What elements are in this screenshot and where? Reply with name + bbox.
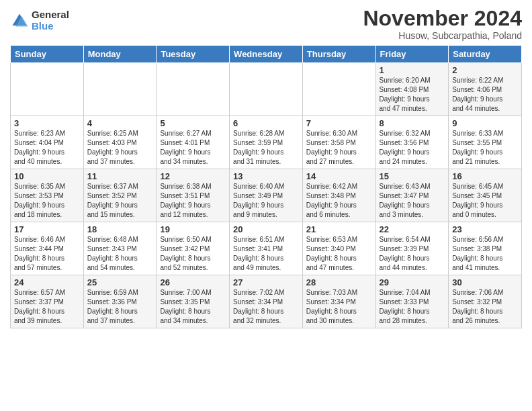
day-number: 26: [160, 277, 226, 287]
day-info: Sunrise: 6:35 AM Sunset: 3:53 PM Dayligh…: [14, 182, 80, 220]
calendar-cell: 23Sunrise: 6:56 AM Sunset: 3:38 PM Dayli…: [449, 222, 522, 275]
calendar-cell: 30Sunrise: 7:06 AM Sunset: 3:32 PM Dayli…: [449, 275, 522, 328]
calendar-cell: 1Sunrise: 6:20 AM Sunset: 4:08 PM Daylig…: [375, 63, 449, 116]
calendar-cell: 20Sunrise: 6:51 AM Sunset: 3:41 PM Dayli…: [230, 222, 303, 275]
day-number: 29: [380, 277, 445, 287]
calendar-cell: 28Sunrise: 7:03 AM Sunset: 3:34 PM Dayli…: [302, 275, 375, 328]
calendar-week-4: 24Sunrise: 6:57 AM Sunset: 3:37 PM Dayli…: [11, 275, 522, 328]
day-number: 25: [87, 277, 153, 287]
day-number: 17: [14, 224, 80, 234]
day-number: 11: [87, 171, 153, 181]
title-block: November 2024 Husow, Subcarpathia, Polan…: [363, 7, 522, 41]
logo-general: General: [32, 9, 69, 21]
header-row: Sunday Monday Tuesday Wednesday Thursday…: [11, 46, 522, 63]
calendar-cell: 26Sunrise: 7:00 AM Sunset: 3:35 PM Dayli…: [157, 275, 230, 328]
day-number: 28: [306, 277, 372, 287]
calendar-cell: 13Sunrise: 6:40 AM Sunset: 3:49 PM Dayli…: [230, 169, 303, 222]
calendar-week-0: 1Sunrise: 6:20 AM Sunset: 4:08 PM Daylig…: [11, 63, 522, 116]
calendar-cell: 17Sunrise: 6:46 AM Sunset: 3:44 PM Dayli…: [11, 222, 84, 275]
day-number: 6: [233, 118, 299, 128]
calendar-cell: 10Sunrise: 6:35 AM Sunset: 3:53 PM Dayli…: [11, 169, 84, 222]
day-info: Sunrise: 6:48 AM Sunset: 3:43 PM Dayligh…: [87, 235, 153, 273]
logo: General Blue: [10, 9, 69, 32]
calendar-cell: 15Sunrise: 6:43 AM Sunset: 3:47 PM Dayli…: [375, 169, 449, 222]
day-number: 24: [14, 277, 80, 287]
calendar-cell: 11Sunrise: 6:37 AM Sunset: 3:52 PM Dayli…: [83, 169, 157, 222]
calendar-cell: 8Sunrise: 6:32 AM Sunset: 3:56 PM Daylig…: [375, 116, 449, 169]
day-info: Sunrise: 6:56 AM Sunset: 3:38 PM Dayligh…: [452, 235, 518, 273]
day-info: Sunrise: 6:25 AM Sunset: 4:03 PM Dayligh…: [87, 129, 153, 167]
day-number: 2: [452, 65, 518, 75]
day-info: Sunrise: 6:42 AM Sunset: 3:48 PM Dayligh…: [306, 182, 372, 220]
day-number: 1: [380, 65, 445, 75]
calendar-cell: 14Sunrise: 6:42 AM Sunset: 3:48 PM Dayli…: [302, 169, 375, 222]
day-number: 12: [160, 171, 226, 181]
calendar-cell: 29Sunrise: 7:04 AM Sunset: 3:33 PM Dayli…: [375, 275, 449, 328]
calendar-cell: 6Sunrise: 6:28 AM Sunset: 3:59 PM Daylig…: [230, 116, 303, 169]
day-number: 22: [380, 224, 445, 234]
day-number: 4: [87, 118, 153, 128]
day-number: 19: [160, 224, 226, 234]
day-number: 18: [87, 224, 153, 234]
day-number: 3: [14, 118, 80, 128]
day-info: Sunrise: 6:43 AM Sunset: 3:47 PM Dayligh…: [380, 182, 445, 220]
day-info: Sunrise: 6:54 AM Sunset: 3:39 PM Dayligh…: [380, 235, 445, 273]
day-number: 30: [452, 277, 518, 287]
day-info: Sunrise: 7:00 AM Sunset: 3:35 PM Dayligh…: [160, 288, 226, 326]
main-container: General Blue November 2024 Husow, Subcar…: [0, 0, 532, 332]
calendar-cell: 12Sunrise: 6:38 AM Sunset: 3:51 PM Dayli…: [157, 169, 230, 222]
day-number: 15: [380, 171, 445, 181]
day-info: Sunrise: 6:28 AM Sunset: 3:59 PM Dayligh…: [233, 129, 299, 167]
calendar-cell: [230, 63, 303, 116]
day-info: Sunrise: 6:51 AM Sunset: 3:41 PM Dayligh…: [233, 235, 299, 273]
col-wednesday: Wednesday: [230, 46, 303, 63]
day-info: Sunrise: 6:45 AM Sunset: 3:45 PM Dayligh…: [452, 182, 518, 220]
calendar-cell: [11, 63, 84, 116]
day-number: 7: [306, 118, 372, 128]
logo-blue: Blue: [32, 21, 69, 32]
calendar-cell: 16Sunrise: 6:45 AM Sunset: 3:45 PM Dayli…: [449, 169, 522, 222]
col-thursday: Thursday: [302, 46, 375, 63]
day-info: Sunrise: 6:46 AM Sunset: 3:44 PM Dayligh…: [14, 235, 80, 273]
calendar-cell: [83, 63, 157, 116]
day-number: 20: [233, 224, 299, 234]
day-number: 8: [380, 118, 445, 128]
day-info: Sunrise: 6:23 AM Sunset: 4:04 PM Dayligh…: [14, 129, 80, 167]
logo-icon: [10, 11, 29, 30]
month-title: November 2024: [363, 7, 522, 30]
calendar-cell: 18Sunrise: 6:48 AM Sunset: 3:43 PM Dayli…: [83, 222, 157, 275]
day-number: 14: [306, 171, 372, 181]
day-number: 21: [306, 224, 372, 234]
col-saturday: Saturday: [449, 46, 522, 63]
calendar-cell: 27Sunrise: 7:02 AM Sunset: 3:34 PM Dayli…: [230, 275, 303, 328]
col-sunday: Sunday: [11, 46, 84, 63]
day-number: 13: [233, 171, 299, 181]
logo-text: General Blue: [32, 9, 69, 32]
day-info: Sunrise: 6:22 AM Sunset: 4:06 PM Dayligh…: [452, 76, 518, 113]
calendar-cell: 21Sunrise: 6:53 AM Sunset: 3:40 PM Dayli…: [302, 222, 375, 275]
calendar-cell: 19Sunrise: 6:50 AM Sunset: 3:42 PM Dayli…: [157, 222, 230, 275]
calendar-cell: 24Sunrise: 6:57 AM Sunset: 3:37 PM Dayli…: [11, 275, 84, 328]
day-info: Sunrise: 6:40 AM Sunset: 3:49 PM Dayligh…: [233, 182, 299, 220]
day-info: Sunrise: 7:02 AM Sunset: 3:34 PM Dayligh…: [233, 288, 299, 326]
day-number: 27: [233, 277, 299, 287]
day-info: Sunrise: 6:38 AM Sunset: 3:51 PM Dayligh…: [160, 182, 226, 220]
calendar-cell: 25Sunrise: 6:59 AM Sunset: 3:36 PM Dayli…: [83, 275, 157, 328]
header: General Blue November 2024 Husow, Subcar…: [10, 7, 522, 41]
day-info: Sunrise: 6:27 AM Sunset: 4:01 PM Dayligh…: [160, 129, 226, 167]
day-number: 5: [160, 118, 226, 128]
calendar-table: Sunday Monday Tuesday Wednesday Thursday…: [10, 45, 522, 328]
day-info: Sunrise: 6:57 AM Sunset: 3:37 PM Dayligh…: [14, 288, 80, 326]
calendar-cell: [302, 63, 375, 116]
day-info: Sunrise: 6:30 AM Sunset: 3:58 PM Dayligh…: [306, 129, 372, 167]
day-number: 16: [452, 171, 518, 181]
calendar-cell: 5Sunrise: 6:27 AM Sunset: 4:01 PM Daylig…: [157, 116, 230, 169]
calendar-week-1: 3Sunrise: 6:23 AM Sunset: 4:04 PM Daylig…: [11, 116, 522, 169]
calendar-cell: 7Sunrise: 6:30 AM Sunset: 3:58 PM Daylig…: [302, 116, 375, 169]
day-info: Sunrise: 6:33 AM Sunset: 3:55 PM Dayligh…: [452, 129, 518, 167]
day-info: Sunrise: 7:04 AM Sunset: 3:33 PM Dayligh…: [380, 288, 445, 326]
col-tuesday: Tuesday: [157, 46, 230, 63]
calendar-cell: 2Sunrise: 6:22 AM Sunset: 4:06 PM Daylig…: [449, 63, 522, 116]
day-info: Sunrise: 6:20 AM Sunset: 4:08 PM Dayligh…: [380, 76, 445, 113]
day-info: Sunrise: 6:59 AM Sunset: 3:36 PM Dayligh…: [87, 288, 153, 326]
